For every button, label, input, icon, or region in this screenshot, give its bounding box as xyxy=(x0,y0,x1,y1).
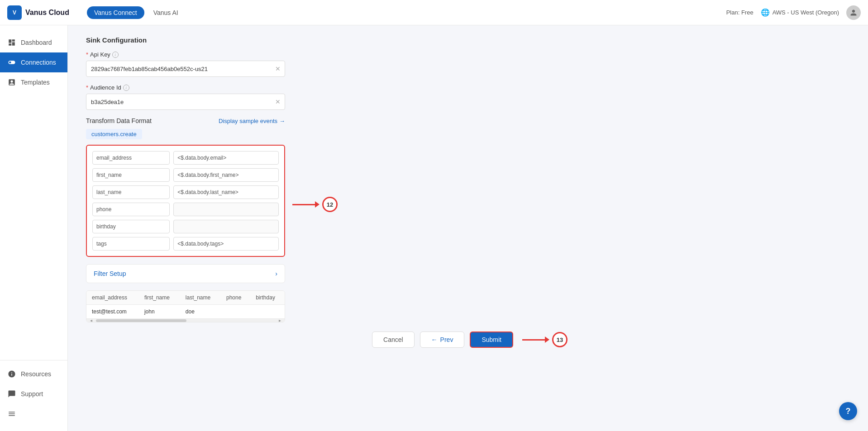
mapping-container: email_address <$.data.body.email> first_… xyxy=(86,145,285,257)
nav-tabs: Vanus Connect Vanus AI xyxy=(87,6,186,19)
cancel-button[interactable]: Cancel xyxy=(372,332,415,348)
sink-config-title: Sink Configuration xyxy=(86,36,850,44)
chevron-right-icon: › xyxy=(275,270,277,277)
audience-id-required: * xyxy=(86,84,88,91)
data-table: email_address first_name last_name phone… xyxy=(86,291,285,318)
submit-button[interactable]: Submit xyxy=(470,332,513,348)
mapping-row-firstname: first_name <$.data.body.first_name> xyxy=(92,168,279,182)
col-birthday: birthday xyxy=(250,291,285,305)
main-layout: Dashboard Connections Templates Resource… xyxy=(0,25,868,431)
sidebar-item-templates[interactable]: Templates xyxy=(0,72,67,92)
main-content: Sink Configuration * Api Key i ✕ * Audie… xyxy=(68,25,868,431)
api-key-required: * xyxy=(86,51,88,58)
sample-events-text: Display sample events xyxy=(219,118,277,124)
audience-id-label: * Audience Id i xyxy=(86,84,850,91)
table-header-row: email_address first_name last_name phone… xyxy=(86,291,285,305)
sidebar-item-dashboard[interactable]: Dashboard xyxy=(0,33,67,52)
cell-lastname: doe xyxy=(180,305,221,319)
audience-id-group: * Audience Id i ✕ xyxy=(86,84,850,110)
mapping-row-tags: tags <$.data.body.tags> xyxy=(92,237,279,251)
mapping-section: email_address <$.data.body.email> first_… xyxy=(86,145,850,264)
api-key-input-wrapper: ✕ xyxy=(86,61,285,77)
mapping-field-lastname: last_name xyxy=(92,185,170,199)
api-key-label-text: Api Key xyxy=(90,51,110,58)
prev-button[interactable]: ← Prev xyxy=(420,332,465,348)
help-button[interactable]: ? xyxy=(839,402,857,420)
mapping-row-phone: phone xyxy=(92,203,279,216)
tab-vanus-connect[interactable]: Vanus Connect xyxy=(87,6,144,19)
api-key-info-icon: i xyxy=(112,52,119,58)
scroll-left-btn[interactable]: ◂ xyxy=(90,318,92,322)
filter-setup-header[interactable]: Filter Setup › xyxy=(86,265,285,283)
api-key-input[interactable] xyxy=(86,61,285,77)
cell-birthday xyxy=(250,305,285,319)
sidebar-item-resources[interactable]: Resources xyxy=(0,364,67,384)
prev-label: Prev xyxy=(440,336,453,343)
badge-13: 13 xyxy=(552,332,568,347)
prev-arrow-icon: ← xyxy=(431,336,438,343)
tab-vanus-ai[interactable]: Vanus AI xyxy=(146,6,186,19)
table-row: test@test.com john doe xyxy=(86,305,285,319)
mapping-value-phone xyxy=(173,203,279,216)
menu-icon xyxy=(7,409,16,418)
audience-id-input[interactable] xyxy=(86,94,285,110)
col-firstname: first_name xyxy=(139,291,180,305)
connections-icon xyxy=(7,58,16,67)
transform-header: Transform Data Format Display sample eve… xyxy=(86,117,285,124)
mapping-value-firstname: <$.data.body.first_name> xyxy=(173,168,279,182)
dashboard-icon xyxy=(7,38,16,47)
audience-id-label-text: Audience Id xyxy=(90,84,121,91)
audience-id-clear-btn[interactable]: ✕ xyxy=(275,98,281,105)
filter-setup: Filter Setup › xyxy=(86,264,285,283)
sidebar-connections-label: Connections xyxy=(21,59,56,66)
top-navigation: V Vanus Cloud Vanus Connect Vanus AI Pla… xyxy=(0,0,868,25)
region-label: AWS - US West (Oregon) xyxy=(773,9,839,16)
data-table-wrapper: email_address first_name last_name phone… xyxy=(86,290,285,322)
sidebar-item-menu[interactable] xyxy=(0,404,67,424)
sidebar-bottom: Resources Support xyxy=(0,356,67,424)
mapping-value-tags: <$.data.body.tags> xyxy=(173,237,279,251)
scroll-right-btn[interactable]: ▸ xyxy=(279,318,281,322)
mapping-row-birthday: birthday xyxy=(92,220,279,233)
filter-setup-title: Filter Setup xyxy=(94,270,126,277)
mapping-field-phone: phone xyxy=(92,203,170,216)
scroll-thumb[interactable] xyxy=(96,319,186,322)
api-key-group: * Api Key i ✕ xyxy=(86,51,850,77)
globe-icon: 🌐 xyxy=(761,8,770,17)
api-key-clear-btn[interactable]: ✕ xyxy=(275,65,281,72)
audience-id-input-wrapper: ✕ xyxy=(86,94,285,110)
horizontal-scrollbar[interactable]: ◂ ▸ xyxy=(86,318,285,322)
support-icon xyxy=(7,389,16,398)
cell-phone xyxy=(221,305,250,319)
logo: V Vanus Cloud xyxy=(7,5,80,20)
mapping-field-firstname: first_name xyxy=(92,168,170,182)
user-avatar[interactable] xyxy=(846,5,861,20)
badge-12: 12 xyxy=(322,197,338,212)
logo-text: Vanus Cloud xyxy=(25,9,69,17)
table-scroll[interactable]: email_address first_name last_name phone… xyxy=(86,291,285,318)
annotation-13: 13 xyxy=(522,332,568,347)
cell-email: test@test.com xyxy=(86,305,139,319)
sidebar: Dashboard Connections Templates Resource… xyxy=(0,25,68,431)
plan-label: Plan: Free xyxy=(726,9,754,16)
arrow-12 xyxy=(292,201,320,208)
sample-events-link[interactable]: Display sample events → xyxy=(219,118,285,124)
resources-icon xyxy=(7,369,16,379)
mapping-value-lastname: <$.data.body.last_name> xyxy=(173,185,279,199)
col-lastname: last_name xyxy=(180,291,221,305)
transform-title: Transform Data Format xyxy=(86,117,152,124)
mapping-field-birthday: birthday xyxy=(92,220,170,233)
customers-create-tab[interactable]: customers.create xyxy=(86,129,142,139)
audience-id-info-icon: i xyxy=(123,85,129,91)
nav-right: Plan: Free 🌐 AWS - US West (Oregon) xyxy=(726,5,861,20)
region-info: 🌐 AWS - US West (Oregon) xyxy=(761,8,839,17)
sidebar-templates-label: Templates xyxy=(21,79,50,86)
col-email: email_address xyxy=(86,291,139,305)
footer-actions: Cancel ← Prev Submit 13 xyxy=(86,322,850,357)
mapping-field-tags: tags xyxy=(92,237,170,251)
col-phone: phone xyxy=(221,291,250,305)
api-key-label: * Api Key i xyxy=(86,51,850,58)
sidebar-item-support[interactable]: Support xyxy=(0,384,67,404)
sidebar-dashboard-label: Dashboard xyxy=(21,39,52,46)
sidebar-item-connections[interactable]: Connections xyxy=(0,52,67,72)
